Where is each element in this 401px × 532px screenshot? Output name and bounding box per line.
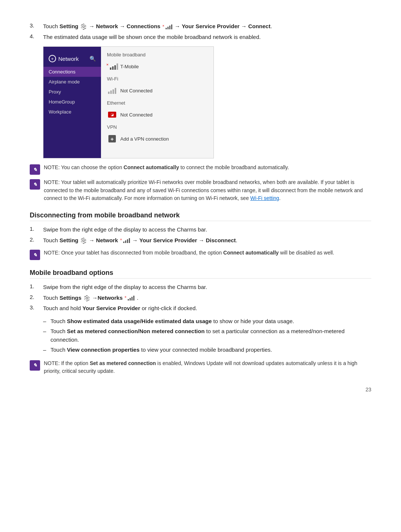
- note-icon-1: ✎: [30, 164, 40, 175]
- sidebar-item-homegroup[interactable]: HomeGroup: [43, 97, 101, 107]
- section2-step-2: 2. Touch Settings →Networks ✕ .: [30, 294, 371, 302]
- section2-heading: Mobile broadband options: [30, 269, 371, 279]
- panel-item-ethernet: ◪ Not Connected: [107, 109, 208, 121]
- section2-substeps: – Touch Show estimated data usage/Hide e…: [30, 317, 371, 354]
- tmobile-label: T-Mobile: [120, 64, 139, 69]
- panel-search-icon[interactable]: 🔍: [89, 56, 96, 62]
- note-2: ✎ NOTE: Your tablet will automatically p…: [30, 178, 371, 203]
- note-4: ✎ NOTE: If the option Set as metered con…: [30, 359, 371, 375]
- sidebar-item-airplane-mode[interactable]: Airplane mode: [43, 77, 101, 87]
- section2-step-3: 3. Touch and hold Your Service Provider …: [30, 304, 371, 313]
- page-number: 23: [30, 387, 371, 393]
- vpn-add-icon: +: [107, 135, 117, 143]
- networks-bars-icon: ✕: [125, 296, 134, 301]
- network-settings-panel: Network 🔍 Connections Airplane mode Prox…: [43, 46, 214, 158]
- section1-step-1: 1. Swipe from the right edge of the disp…: [30, 226, 371, 234]
- top-steps: 3. Touch Setting → Network → Connections…: [30, 22, 371, 41]
- note-1: ✎ NOTE: You can choose the option Connec…: [30, 164, 371, 175]
- wifi-icon: [107, 86, 117, 95]
- connections-bars-icon: ✕: [163, 24, 172, 29]
- section-ethernet-title: Ethernet: [107, 100, 208, 106]
- step-4: 4. The estimated data usage will be show…: [30, 33, 371, 42]
- note-text-4: NOTE: If the option Set as metered conne…: [44, 359, 371, 375]
- gear-icon-2: [81, 238, 87, 244]
- ethernet-label: Not Connected: [120, 112, 153, 118]
- sidebar-item-workplace[interactable]: Workplace: [43, 107, 101, 117]
- substep-1: – Touch Show estimated data usage/Hide e…: [43, 317, 371, 326]
- wifi-setting-link[interactable]: Wi-Fi setting: [250, 195, 279, 201]
- note-icon-3: ✎: [30, 250, 40, 260]
- note-icon-2: ✎: [30, 179, 40, 190]
- section1-steps: 1. Swipe from the right edge of the disp…: [30, 226, 371, 244]
- section1-heading: Disconnecting from mobile broadband netw…: [30, 211, 371, 221]
- note-3: ✎ NOTE: Once your tablet has disconnecte…: [30, 249, 371, 260]
- section1-step-2: 2. Touch Setting → Network ✕ → Your Serv…: [30, 236, 371, 245]
- note-text-3: NOTE: Once your tablet has disconnected …: [44, 249, 334, 257]
- sidebar-item-connections[interactable]: Connections: [43, 67, 101, 77]
- panel-item-wifi: Not Connected: [107, 85, 208, 96]
- panel-item-tmobile: ✕ T-Mobile: [107, 60, 208, 72]
- section2-steps: 1. Swipe from the right edge of the disp…: [30, 283, 371, 313]
- note-text-1: NOTE: You can choose the option Connect …: [44, 164, 289, 172]
- sidebar-item-proxy[interactable]: Proxy: [43, 87, 101, 97]
- substep-2: – Touch Set as metered connection/Non me…: [43, 327, 371, 344]
- panel-title: Network: [58, 56, 79, 62]
- panel-sidebar: Network 🔍 Connections Airplane mode Prox…: [43, 47, 101, 158]
- wifi-label: Not Connected: [120, 88, 153, 93]
- network-circle-icon: [49, 55, 56, 62]
- panel-main: Mobile broadband ✕ T-Mobile Wi-Fi: [101, 47, 213, 158]
- note-icon-4: ✎: [30, 360, 40, 371]
- section-vpn-title: VPN: [107, 124, 208, 130]
- panel-item-vpn-add[interactable]: + Add a VPN connection: [107, 133, 208, 145]
- step-3: 3. Touch Setting → Network → Connections…: [30, 22, 371, 31]
- section-wifi-title: Wi-Fi: [107, 76, 208, 82]
- section2-step-1: 1. Swipe from the right edge of the disp…: [30, 283, 371, 292]
- ethernet-icon: ◪: [107, 111, 117, 119]
- tmobile-icon: ✕: [107, 62, 117, 70]
- note-text-2: NOTE: Your tablet will automatically pri…: [44, 178, 371, 203]
- network-bars-icon: ✕: [120, 238, 130, 243]
- gear-icon: [81, 24, 87, 30]
- vpn-add-label: Add a VPN connection: [120, 136, 169, 142]
- gear-icon-3: [84, 295, 90, 301]
- substep-3: – Touch View connection properties to vi…: [43, 346, 371, 354]
- section-mobile-broadband-title: Mobile broadband: [107, 52, 208, 58]
- panel-sidebar-header: Network 🔍: [43, 52, 101, 67]
